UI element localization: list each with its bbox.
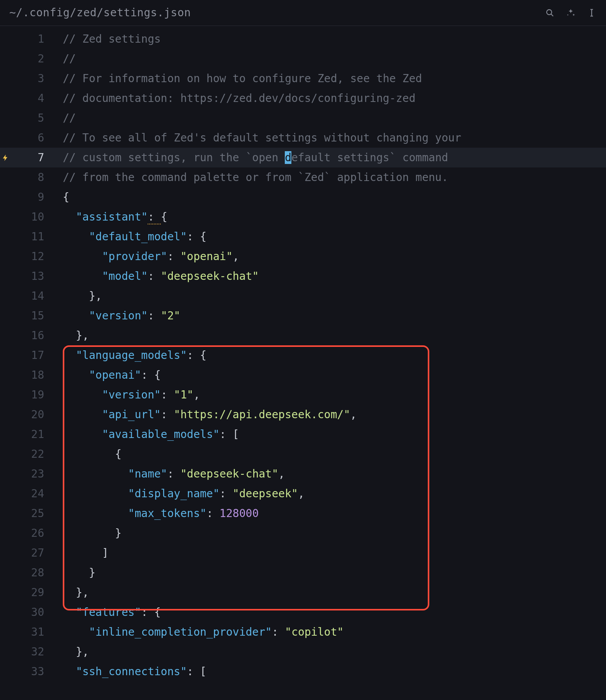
code-line: 6// To see all of Zed's default settings… [0, 128, 606, 148]
code-line: 3// For information on how to configure … [0, 69, 606, 88]
code-line: 9{ [0, 187, 606, 207]
code-line-active: 7 // custom settings, run the `open defa… [0, 148, 606, 167]
code-line: 24 "display_name": "deepseek", [0, 484, 606, 503]
code-line: 18 "openai": { [0, 365, 606, 385]
cursor: d [285, 151, 291, 164]
code-line: 19 "version": "1", [0, 385, 606, 405]
code-line: 14 }, [0, 286, 606, 306]
sparkle-icon[interactable] [566, 8, 576, 18]
code-line: 22 { [0, 444, 606, 464]
code-line: 15 "version": "2" [0, 306, 606, 326]
toolbar [545, 8, 597, 18]
code-line: 2// [0, 49, 606, 69]
code-line: 20 "api_url": "https://api.deepseek.com/… [0, 405, 606, 424]
code-line: 5// [0, 108, 606, 128]
code-line: 16 }, [0, 326, 606, 345]
svg-line-1 [551, 14, 553, 16]
code-line: 4// documentation: https://zed.dev/docs/… [0, 88, 606, 108]
code-line: 28 } [0, 563, 606, 583]
code-line: 12 "provider": "openai", [0, 247, 606, 266]
lightning-icon[interactable] [0, 154, 11, 162]
code-line: 13 "model": "deepseek-chat" [0, 266, 606, 286]
code-line: 29 }, [0, 583, 606, 602]
warning-underline: : [148, 210, 161, 224]
code-line: 27 ] [0, 543, 606, 563]
code-line: 21 "available_models": [ [0, 424, 606, 444]
code-line: 26 } [0, 523, 606, 543]
code-line: 1// Zed settings [0, 29, 606, 49]
code-line: 25 "max_tokens": 128000 [0, 503, 606, 523]
code-line: 10 "assistant": { [0, 207, 606, 227]
code-line: 23 "name": "deepseek-chat", [0, 464, 606, 484]
file-path: ~/.config/zed/settings.json [9, 7, 191, 18]
code-editor[interactable]: 1// Zed settings 2// 3// For information… [0, 26, 606, 681]
code-line: 17 "language_models": { [0, 345, 606, 365]
text-cursor-icon[interactable] [587, 8, 597, 18]
search-icon[interactable] [545, 8, 555, 18]
code-line: 33 "ssh_connections": [ [0, 662, 606, 681]
svg-point-0 [547, 10, 552, 15]
code-line: 32 }, [0, 642, 606, 662]
code-line: 31 "inline_completion_provider": "copilo… [0, 622, 606, 642]
titlebar: ~/.config/zed/settings.json [0, 0, 606, 26]
code-line: 11 "default_model": { [0, 227, 606, 247]
code-line: 8// from the command palette or from `Ze… [0, 167, 606, 187]
code-line: 30 "features": { [0, 602, 606, 622]
